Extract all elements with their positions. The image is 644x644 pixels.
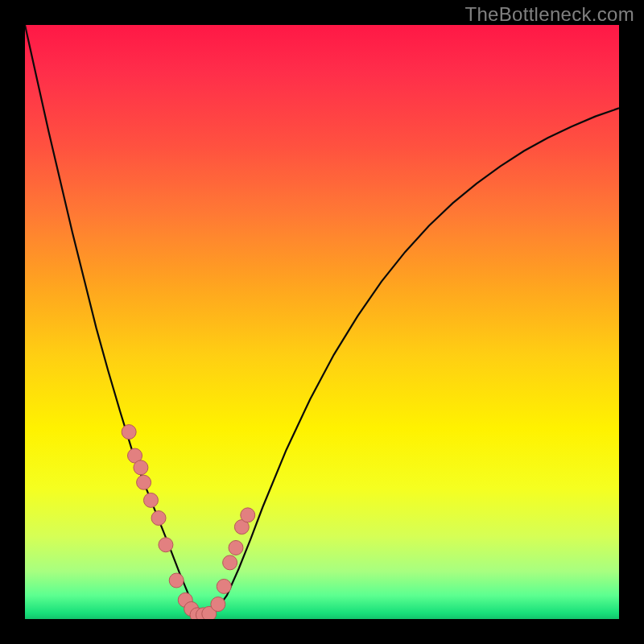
data-dot bbox=[241, 508, 255, 522]
data-dot bbox=[169, 573, 184, 588]
data-dot bbox=[223, 555, 237, 570]
plot-area bbox=[25, 25, 619, 619]
chart-frame: TheBottleneck.com bbox=[0, 0, 644, 644]
data-dot bbox=[211, 597, 225, 612]
dots-group bbox=[122, 425, 255, 619]
data-dot bbox=[143, 493, 158, 507]
data-dot bbox=[134, 460, 148, 475]
chart-svg bbox=[25, 25, 619, 619]
data-dot bbox=[122, 425, 136, 440]
watermark-text: TheBottleneck.com bbox=[464, 3, 634, 26]
data-dot bbox=[151, 511, 166, 526]
data-dot bbox=[229, 540, 243, 555]
curve-line bbox=[25, 25, 619, 616]
data-dot bbox=[159, 538, 173, 552]
data-dot bbox=[217, 579, 231, 593]
data-dot bbox=[137, 475, 151, 489]
